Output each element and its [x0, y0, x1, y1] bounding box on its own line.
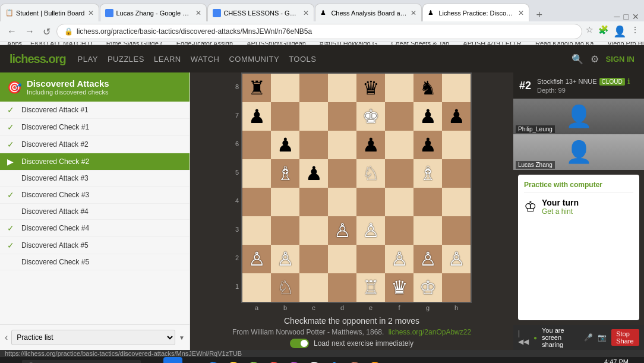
cell-e7[interactable]: ♚	[356, 102, 385, 131]
cell-c5[interactable]: ♟	[299, 159, 328, 188]
extensions-icon[interactable]: 🧩	[598, 25, 608, 38]
new-tab-button[interactable]: +	[530, 9, 548, 21]
tab-google-docs-lucas[interactable]: Lucas Zhang - Google Docs ✕	[100, 4, 207, 21]
taskbar-icon-edge[interactable]: e	[163, 357, 182, 363]
cell-h5[interactable]	[442, 159, 471, 188]
cell-g4[interactable]	[413, 188, 442, 216]
close-button[interactable]: ✕	[632, 12, 639, 21]
cell-d4[interactable]	[328, 188, 356, 216]
cell-c6[interactable]	[299, 131, 328, 159]
cell-f1[interactable]: ♛	[385, 273, 413, 302]
cell-a5[interactable]	[242, 159, 271, 188]
tab-bulletin-board[interactable]: 📋 Student | Bulletin Board ✕	[0, 4, 99, 21]
cell-f5[interactable]	[385, 159, 413, 188]
cell-h2[interactable]: ♙	[442, 245, 471, 273]
nav-tools[interactable]: TOOLS	[289, 52, 316, 66]
cell-d5[interactable]	[328, 159, 356, 188]
nav-puzzles[interactable]: PUZZLES	[108, 52, 144, 66]
profile-icon[interactable]: 👤	[613, 25, 626, 38]
cell-b8[interactable]	[271, 74, 299, 102]
cell-d7[interactable]	[328, 102, 356, 131]
cell-b7[interactable]	[271, 102, 299, 131]
nav-learn[interactable]: LEARN	[154, 52, 181, 66]
nav-watch[interactable]: WATCH	[191, 52, 220, 66]
cell-d6[interactable]	[328, 131, 356, 159]
forward-button[interactable]: →	[23, 25, 37, 38]
search-icon[interactable]: 🔍	[572, 53, 583, 65]
cell-d8[interactable]	[328, 74, 356, 102]
source-link[interactable]: lichess.org/2anOpAbwz22	[389, 328, 471, 336]
tab-close-lichess[interactable]: ✕	[518, 9, 524, 17]
cell-f6[interactable]	[385, 131, 413, 159]
stop-share-button[interactable]: Stop Share	[611, 329, 639, 346]
tab-close-gdocs[interactable]: ✕	[195, 9, 201, 17]
engine-info-icon[interactable]: ℹ	[627, 77, 630, 86]
maximize-button[interactable]: □	[624, 12, 629, 21]
cell-f8[interactable]	[385, 74, 413, 102]
cell-g6[interactable]: ♟	[413, 131, 442, 159]
cell-g8[interactable]: ♞	[413, 74, 442, 102]
cell-a2[interactable]: ♙	[242, 245, 271, 273]
cell-h8[interactable]	[442, 74, 471, 102]
cell-b1[interactable]: ♘	[271, 273, 299, 302]
tab-lichess-practice[interactable]: ♟ Lichess Practice: Discovered Att... ✕	[422, 4, 529, 21]
cell-f4[interactable]	[385, 188, 413, 216]
cell-h3[interactable]	[442, 216, 471, 245]
taskbar-icon-app5[interactable]: ⚪	[305, 357, 324, 363]
cell-e8[interactable]: ♛	[356, 74, 385, 102]
cell-g5[interactable]: ♗	[413, 159, 442, 188]
taskbar-icon-app2[interactable]: 🟢	[244, 357, 263, 363]
taskbar-icon-chrome[interactable]: 🔵	[204, 357, 223, 363]
cell-g2[interactable]: ♙	[413, 245, 442, 273]
reload-button[interactable]: ↺	[40, 25, 53, 39]
back-practice-button[interactable]: ‹	[5, 332, 8, 343]
cell-b6[interactable]: ♟	[271, 131, 299, 159]
cell-e2[interactable]	[356, 245, 385, 273]
cell-f2[interactable]: ♙	[385, 245, 413, 273]
nav-play[interactable]: PLAY	[78, 52, 98, 66]
cell-a3[interactable]	[242, 216, 271, 245]
lesson-item-da5[interactable]: ✓ Discovered Attack #5	[0, 237, 190, 254]
taskbar-icon-app4[interactable]: 🟣	[285, 357, 304, 363]
cell-g3[interactable]	[413, 216, 442, 245]
cell-h6[interactable]	[442, 131, 471, 159]
lichess-logo[interactable]: lichess.org	[10, 52, 66, 66]
tab-chess-analysis[interactable]: ♟ Chess Analysis Board and PGN ... ✕	[315, 4, 422, 21]
cell-e4[interactable]	[356, 188, 385, 216]
cell-d1[interactable]	[328, 273, 356, 302]
lesson-item-da3[interactable]: Discovered Attack #3	[0, 171, 190, 187]
load-next-toggle[interactable]	[290, 339, 309, 348]
cell-a6[interactable]	[242, 131, 271, 159]
lesson-item-dc2[interactable]: ▶ Discovered Check #2	[0, 153, 190, 171]
taskbar-icon-app7[interactable]: 🟤	[345, 357, 364, 363]
cell-b5[interactable]: ♗	[271, 159, 299, 188]
chess-board[interactable]: ♜ ♛ ♞ ♟	[241, 72, 472, 303]
cell-b4[interactable]	[271, 188, 299, 216]
tab-chess-lessons[interactable]: CHESS LESSONS - Google Docs ✕	[207, 4, 314, 21]
cell-e5[interactable]: ♘	[356, 159, 385, 188]
lesson-item-da4[interactable]: Discovered Attack #4	[0, 204, 190, 220]
cell-b3[interactable]	[271, 216, 299, 245]
back-button[interactable]: ←	[5, 25, 19, 38]
cell-f3[interactable]	[385, 216, 413, 245]
search-bar[interactable]: 🔍 Type here to search	[22, 360, 141, 363]
cell-e3[interactable]: ♙	[356, 216, 385, 245]
cell-h1[interactable]	[442, 273, 471, 302]
cell-h7[interactable]: ♟	[442, 102, 471, 131]
taskbar-icon-taskview[interactable]: ⧉	[143, 357, 162, 363]
get-hint-link[interactable]: Get a hint	[542, 207, 579, 216]
cell-f7[interactable]	[385, 102, 413, 131]
start-button[interactable]: ⊞	[2, 359, 20, 364]
cell-e6[interactable]: ♟	[356, 131, 385, 159]
cell-d2[interactable]	[328, 245, 356, 273]
tab-close-chess-analysis[interactable]: ✕	[411, 9, 416, 17]
cell-c2[interactable]	[299, 245, 328, 273]
cell-c8[interactable]	[299, 74, 328, 102]
cell-g7[interactable]: ♟	[413, 102, 442, 131]
tab-close-bulletin[interactable]: ✕	[88, 9, 94, 17]
lesson-item-dc5[interactable]: Discovered Check #5	[0, 254, 190, 270]
taskbar-icon-app1[interactable]: 🟡	[224, 357, 243, 363]
cell-e1[interactable]: ♖	[356, 273, 385, 302]
cell-a8[interactable]: ♜	[242, 74, 271, 102]
cell-a4[interactable]	[242, 188, 271, 216]
